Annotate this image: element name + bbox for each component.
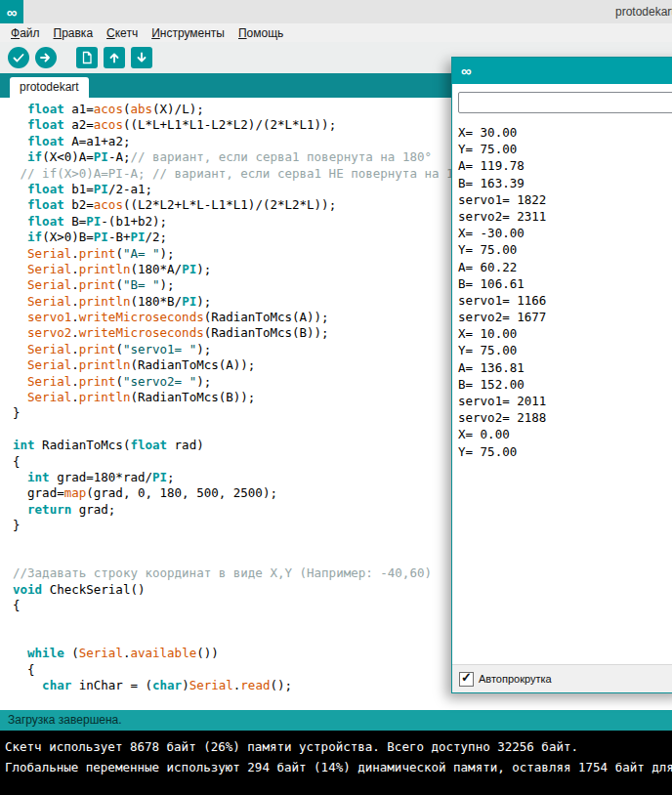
serial-output-line: servo2= 2188 (458, 409, 672, 426)
upload-button[interactable] (35, 47, 57, 68)
serial-output-line: B= 106.61 (458, 275, 672, 292)
serial-output-line: Y= 75.00 (458, 241, 672, 258)
autoscroll-label: Автопрокрутка (479, 673, 552, 685)
open-button[interactable] (104, 47, 125, 68)
serial-monitor-window: ∞ X= 30.00Y= 75.00A= 119.78B= 163.39serv… (451, 57, 672, 693)
title-bar: ∞ protodekart (0, 0, 672, 23)
serial-output-line: Y= 75.00 (458, 342, 672, 358)
check-icon (12, 51, 25, 64)
serial-output[interactable]: X= 30.00Y= 75.00A= 119.78B= 163.39servo1… (452, 119, 672, 664)
arrow-right-icon (39, 51, 53, 64)
serial-output-line: Y= 75.00 (458, 443, 672, 460)
serial-output-line: X= -30.00 (458, 225, 672, 241)
serial-output-line: B= 152.00 (458, 376, 672, 393)
autoscroll-checkbox[interactable] (459, 672, 474, 687)
serial-output-line: servo1= 1166 (458, 292, 672, 309)
serial-input[interactable] (458, 92, 672, 113)
console-line: Скетч использует 8678 байт (26%) памяти … (5, 736, 672, 757)
serial-output-line: X= 0.00 (458, 426, 672, 442)
menu-item-tools[interactable]: Инструменты (145, 26, 231, 40)
arrow-down-icon (135, 51, 148, 64)
serial-monitor-titlebar[interactable]: ∞ (452, 58, 672, 84)
menu-item-sketch[interactable]: Скетч (100, 26, 145, 40)
serial-output-line: Y= 75.00 (458, 141, 672, 157)
serial-output-line: X= 30.00 (458, 124, 672, 141)
save-button[interactable] (131, 47, 152, 68)
menu-item-help[interactable]: Помощь (231, 26, 290, 40)
serial-output-line: A= 60.22 (458, 259, 672, 275)
menu-item-edit[interactable]: Правка (47, 26, 101, 40)
serial-output-line: B= 163.39 (458, 175, 672, 191)
serial-output-line: servo2= 1677 (458, 309, 672, 325)
tab-protodekart[interactable]: protodekart (10, 77, 89, 98)
window-title: protodekart (615, 0, 672, 23)
serial-output-line: X= 10.00 (458, 325, 672, 342)
new-button[interactable] (76, 47, 98, 68)
verify-button[interactable] (8, 47, 29, 68)
serial-output-line: servo2= 2311 (458, 208, 672, 225)
console-output[interactable]: Скетч использует 8678 байт (26%) памяти … (0, 731, 672, 795)
arduino-logo-icon: ∞ (0, 0, 23, 23)
status-bar: Загрузка завершена. (0, 710, 672, 731)
serial-output-line: A= 119.78 (458, 157, 672, 174)
menu-bar: ФайлПравкаСкетчИнструментыПомощь (0, 23, 672, 42)
menu-item-file[interactable]: Файл (4, 26, 47, 40)
serial-output-line: servo1= 1822 (458, 191, 672, 208)
serial-input-row (452, 84, 672, 119)
serial-output-line: A= 136.81 (458, 359, 672, 376)
serial-output-line: servo1= 2011 (458, 393, 672, 409)
arrow-up-icon (107, 51, 121, 64)
serial-monitor-bottom-bar: Автопрокрутка (452, 664, 672, 692)
document-icon (80, 51, 94, 64)
console-line: Глобальные переменные используют 294 бай… (5, 757, 672, 777)
status-message: Загрузка завершена. (8, 713, 122, 727)
arduino-logo-icon: ∞ (461, 63, 472, 78)
tab-label: protodekart (20, 80, 79, 94)
